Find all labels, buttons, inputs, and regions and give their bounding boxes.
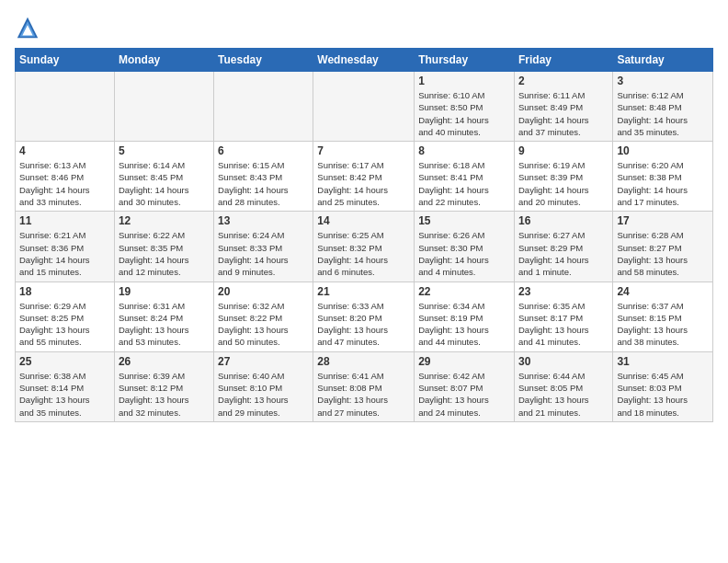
day-info: Sunrise: 6:25 AM Sunset: 8:32 PM Dayligh… [317,229,410,278]
calendar-cell: 30Sunrise: 6:44 AM Sunset: 8:05 PM Dayli… [514,351,612,421]
day-info: Sunrise: 6:11 AM Sunset: 8:49 PM Dayligh… [518,89,609,138]
day-info: Sunrise: 6:17 AM Sunset: 8:42 PM Dayligh… [317,159,410,208]
day-number: 16 [518,214,609,227]
day-number: 29 [418,355,510,368]
day-number: 7 [317,144,410,157]
day-info: Sunrise: 6:41 AM Sunset: 8:08 PM Dayligh… [317,370,410,419]
day-info: Sunrise: 6:19 AM Sunset: 8:39 PM Dayligh… [518,159,609,208]
calendar-cell: 5Sunrise: 6:14 AM Sunset: 8:45 PM Daylig… [114,142,213,212]
day-number: 10 [617,144,709,157]
calendar-cell [214,72,313,142]
calendar-cell: 2Sunrise: 6:11 AM Sunset: 8:49 PM Daylig… [514,72,612,142]
header [15,15,713,40]
day-info: Sunrise: 6:12 AM Sunset: 8:48 PM Dayligh… [617,89,709,138]
week-row-4: 18Sunrise: 6:29 AM Sunset: 8:25 PM Dayli… [16,282,713,351]
calendar-cell: 12Sunrise: 6:22 AM Sunset: 8:35 PM Dayli… [114,212,213,282]
day-info: Sunrise: 6:31 AM Sunset: 8:24 PM Dayligh… [119,300,210,349]
day-number: 3 [617,75,709,87]
day-number: 30 [518,355,609,368]
day-info: Sunrise: 6:10 AM Sunset: 8:50 PM Dayligh… [418,89,510,138]
calendar-cell: 31Sunrise: 6:45 AM Sunset: 8:03 PM Dayli… [613,351,713,421]
calendar-cell: 26Sunrise: 6:39 AM Sunset: 8:12 PM Dayli… [114,351,213,421]
day-number: 11 [19,214,110,227]
calendar-cell: 11Sunrise: 6:21 AM Sunset: 8:36 PM Dayli… [16,212,115,282]
day-info: Sunrise: 6:20 AM Sunset: 8:38 PM Dayligh… [617,159,709,208]
day-info: Sunrise: 6:42 AM Sunset: 8:07 PM Dayligh… [418,370,510,419]
day-number: 20 [218,285,309,298]
calendar-cell: 24Sunrise: 6:37 AM Sunset: 8:15 PM Dayli… [613,282,713,351]
week-row-1: 1Sunrise: 6:10 AM Sunset: 8:50 PM Daylig… [16,72,713,142]
calendar-cell: 23Sunrise: 6:35 AM Sunset: 8:17 PM Dayli… [514,282,612,351]
day-number: 1 [418,75,510,87]
day-number: 2 [518,75,609,87]
day-number: 27 [218,355,309,368]
day-info: Sunrise: 6:24 AM Sunset: 8:33 PM Dayligh… [218,229,309,278]
day-number: 24 [617,285,709,298]
calendar-cell: 8Sunrise: 6:18 AM Sunset: 8:41 PM Daylig… [415,142,515,212]
day-number: 8 [418,144,510,157]
calendar-cell: 16Sunrise: 6:27 AM Sunset: 8:29 PM Dayli… [514,212,612,282]
day-info: Sunrise: 6:38 AM Sunset: 8:14 PM Dayligh… [19,370,110,419]
day-info: Sunrise: 6:29 AM Sunset: 8:25 PM Dayligh… [19,300,110,349]
day-number: 25 [19,355,110,368]
day-info: Sunrise: 6:35 AM Sunset: 8:17 PM Dayligh… [518,300,609,349]
calendar-cell: 9Sunrise: 6:19 AM Sunset: 8:39 PM Daylig… [514,142,612,212]
calendar-cell: 13Sunrise: 6:24 AM Sunset: 8:33 PM Dayli… [214,212,313,282]
day-info: Sunrise: 6:27 AM Sunset: 8:29 PM Dayligh… [518,229,609,278]
calendar-cell: 28Sunrise: 6:41 AM Sunset: 8:08 PM Dayli… [313,351,415,421]
day-number: 21 [317,285,410,298]
day-info: Sunrise: 6:39 AM Sunset: 8:12 PM Dayligh… [119,370,210,419]
calendar-cell: 15Sunrise: 6:26 AM Sunset: 8:30 PM Dayli… [415,212,515,282]
day-number: 22 [418,285,510,298]
calendar-cell: 4Sunrise: 6:13 AM Sunset: 8:46 PM Daylig… [16,142,115,212]
day-info: Sunrise: 6:14 AM Sunset: 8:45 PM Dayligh… [119,159,210,208]
day-info: Sunrise: 6:28 AM Sunset: 8:27 PM Dayligh… [617,229,709,278]
calendar-cell [114,72,213,142]
week-row-3: 11Sunrise: 6:21 AM Sunset: 8:36 PM Dayli… [16,212,713,282]
weekday-header-row: SundayMondayTuesdayWednesdayThursdayFrid… [16,49,713,72]
day-number: 17 [617,214,709,227]
calendar-cell: 29Sunrise: 6:42 AM Sunset: 8:07 PM Dayli… [415,351,515,421]
day-info: Sunrise: 6:44 AM Sunset: 8:05 PM Dayligh… [518,370,609,419]
calendar-cell: 25Sunrise: 6:38 AM Sunset: 8:14 PM Dayli… [16,351,115,421]
weekday-header-sunday: Sunday [16,49,115,72]
logo [15,15,44,40]
calendar-cell: 3Sunrise: 6:12 AM Sunset: 8:48 PM Daylig… [613,72,713,142]
day-number: 4 [19,144,110,157]
weekday-header-wednesday: Wednesday [313,49,415,72]
day-number: 18 [19,285,110,298]
calendar-cell [313,72,415,142]
day-info: Sunrise: 6:15 AM Sunset: 8:43 PM Dayligh… [218,159,309,208]
day-info: Sunrise: 6:34 AM Sunset: 8:19 PM Dayligh… [418,300,510,349]
day-number: 5 [119,144,210,157]
logo-icon [15,15,40,40]
weekday-header-tuesday: Tuesday [214,49,313,72]
calendar-cell: 21Sunrise: 6:33 AM Sunset: 8:20 PM Dayli… [313,282,415,351]
calendar-cell: 18Sunrise: 6:29 AM Sunset: 8:25 PM Dayli… [16,282,115,351]
day-info: Sunrise: 6:18 AM Sunset: 8:41 PM Dayligh… [418,159,510,208]
calendar-cell: 1Sunrise: 6:10 AM Sunset: 8:50 PM Daylig… [415,72,515,142]
day-number: 23 [518,285,609,298]
calendar-cell: 6Sunrise: 6:15 AM Sunset: 8:43 PM Daylig… [214,142,313,212]
day-info: Sunrise: 6:22 AM Sunset: 8:35 PM Dayligh… [119,229,210,278]
day-number: 31 [617,355,709,368]
calendar-cell: 17Sunrise: 6:28 AM Sunset: 8:27 PM Dayli… [613,212,713,282]
weekday-header-monday: Monday [114,49,213,72]
day-number: 28 [317,355,410,368]
weekday-header-friday: Friday [514,49,612,72]
day-info: Sunrise: 6:26 AM Sunset: 8:30 PM Dayligh… [418,229,510,278]
day-number: 12 [119,214,210,227]
day-info: Sunrise: 6:33 AM Sunset: 8:20 PM Dayligh… [317,300,410,349]
page: SundayMondayTuesdayWednesdayThursdayFrid… [0,0,728,430]
calendar-cell: 27Sunrise: 6:40 AM Sunset: 8:10 PM Dayli… [214,351,313,421]
calendar-cell: 14Sunrise: 6:25 AM Sunset: 8:32 PM Dayli… [313,212,415,282]
day-number: 14 [317,214,410,227]
weekday-header-thursday: Thursday [415,49,515,72]
week-row-2: 4Sunrise: 6:13 AM Sunset: 8:46 PM Daylig… [16,142,713,212]
day-info: Sunrise: 6:21 AM Sunset: 8:36 PM Dayligh… [19,229,110,278]
day-number: 9 [518,144,609,157]
day-number: 19 [119,285,210,298]
calendar-cell: 10Sunrise: 6:20 AM Sunset: 8:38 PM Dayli… [613,142,713,212]
calendar-cell: 19Sunrise: 6:31 AM Sunset: 8:24 PM Dayli… [114,282,213,351]
calendar-cell: 22Sunrise: 6:34 AM Sunset: 8:19 PM Dayli… [415,282,515,351]
